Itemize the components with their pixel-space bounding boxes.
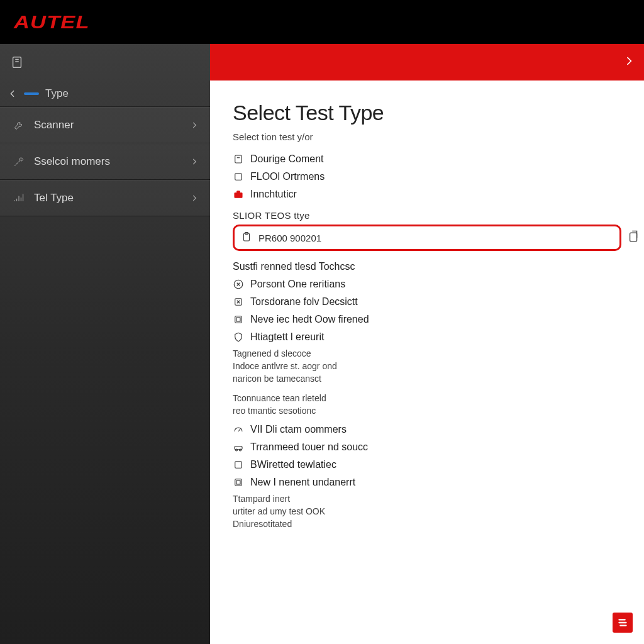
red-header-bar bbox=[210, 44, 644, 80]
note-line: naricon be tamecansct bbox=[233, 373, 621, 385]
svg-rect-11 bbox=[236, 318, 240, 321]
toolbox-icon bbox=[233, 189, 244, 200]
chevron-right-icon bbox=[190, 157, 199, 166]
document-icon bbox=[233, 153, 244, 165]
square-icon bbox=[233, 459, 244, 470]
note-line: Tconnuance tean rleteld bbox=[233, 392, 621, 404]
list-item[interactable]: New I nenent undanerrt bbox=[233, 475, 621, 489]
list-item[interactable]: FLOOl Ortrmens bbox=[233, 170, 621, 184]
sidebar-item-label: Sselcoi momers bbox=[34, 155, 181, 168]
list-item[interactable]: Torsdorane folv Decsictt bbox=[233, 295, 621, 309]
content-area: Select Test Type Select tion test y/or D… bbox=[210, 80, 644, 644]
corner-badge[interactable] bbox=[613, 613, 633, 633]
body: Type Scanner Sselcoi momers Tel Type bbox=[0, 44, 644, 644]
svg-rect-1 bbox=[235, 155, 242, 163]
list-item-label: Trranmeed touer nd soucc bbox=[250, 441, 368, 453]
highlighted-test-row[interactable]: PR600 900201 bbox=[233, 225, 621, 251]
page-title: Select Test Type bbox=[233, 101, 621, 125]
sidebar-top-icon[interactable] bbox=[0, 44, 210, 80]
note-line: Indoce antlvre st. aogr ond bbox=[233, 360, 621, 372]
forward-icon[interactable] bbox=[623, 55, 635, 70]
page-subtitle: Select tion test y/or bbox=[233, 131, 621, 142]
note-block: Tconnuance tean rleteld reo tmantic seso… bbox=[233, 392, 621, 417]
chevron-right-icon bbox=[190, 121, 199, 130]
svg-rect-10 bbox=[235, 316, 242, 323]
svg-rect-0 bbox=[13, 57, 21, 68]
list-item[interactable]: Neve iec hedt Oow firened bbox=[233, 313, 621, 326]
back-icon[interactable] bbox=[8, 89, 18, 99]
sidebar-item-selections[interactable]: Sselcoi momers bbox=[0, 143, 210, 180]
sidebar: Type Scanner Sselcoi momers Tel Type bbox=[0, 44, 210, 644]
note-line: Dniuresotitated bbox=[233, 518, 621, 530]
svg-point-13 bbox=[236, 449, 238, 451]
list-item[interactable]: Htiagtett l ereurit bbox=[233, 330, 621, 344]
note-line: reo tmantic sesotionc bbox=[233, 405, 621, 417]
svg-rect-16 bbox=[235, 479, 242, 486]
type-bar-icon bbox=[24, 92, 39, 95]
list-item-label: Porsont One reritians bbox=[250, 279, 345, 290]
clipboard-icon bbox=[241, 231, 252, 245]
panel-icon bbox=[233, 477, 244, 488]
shield-icon bbox=[233, 331, 244, 343]
section-label: SLIOR TEOS ttye bbox=[233, 210, 621, 221]
compass-icon bbox=[233, 279, 244, 290]
list-item-label: Neve iec hedt Oow firened bbox=[250, 314, 369, 325]
list-item-label: VII Dli ctam oommers bbox=[250, 424, 347, 435]
app-root: AUTEL Type Scanner Sselcoi momers bbox=[0, 0, 644, 644]
gauge-icon bbox=[233, 424, 244, 435]
sidebar-item-scanner[interactable]: Scanner bbox=[0, 107, 210, 143]
paste-icon[interactable] bbox=[627, 230, 641, 246]
panel-icon bbox=[233, 314, 244, 325]
svg-rect-3 bbox=[235, 193, 242, 198]
sidebar-item-tel-type[interactable]: Tel Type bbox=[0, 180, 210, 216]
signal-icon bbox=[13, 192, 25, 204]
note-line: urtiter ad umy test OOK bbox=[233, 506, 621, 518]
top-bar: AUTEL bbox=[0, 0, 644, 44]
list-item-label: New I nenent undanerrt bbox=[250, 477, 355, 488]
note-line: Tagnened d slecoce bbox=[233, 348, 621, 360]
main-panel: Select Test Type Select tion test y/or D… bbox=[210, 44, 644, 644]
list-item[interactable]: VII Dli ctam oommers bbox=[233, 423, 621, 436]
svg-rect-17 bbox=[236, 480, 240, 484]
car-icon bbox=[233, 441, 244, 453]
breadcrumb[interactable]: Type bbox=[0, 80, 210, 107]
subhead: Sustfi renned tlesd Tochcsc bbox=[233, 261, 621, 272]
list-item[interactable]: Trranmeed touer nd soucc bbox=[233, 440, 621, 454]
svg-rect-7 bbox=[630, 233, 637, 242]
list-item-label: Torsdorane folv Decsictt bbox=[250, 296, 358, 308]
close-box-icon bbox=[233, 296, 244, 308]
wrench-icon bbox=[13, 119, 25, 131]
sidebar-item-label: Tel Type bbox=[34, 192, 181, 204]
note-block: Ttampard inert urtiter ad umy test OOK D… bbox=[233, 493, 621, 530]
list-item[interactable]: Innchtuticr bbox=[233, 187, 621, 201]
square-icon bbox=[233, 171, 244, 182]
svg-point-14 bbox=[240, 449, 242, 451]
list-item[interactable]: Dourige Coment bbox=[233, 152, 621, 166]
breadcrumb-label: Type bbox=[45, 87, 69, 100]
tool-icon bbox=[13, 155, 25, 168]
chevron-right-icon bbox=[190, 194, 199, 203]
list-item[interactable]: BWiretted tewlatiec bbox=[233, 458, 621, 472]
svg-rect-4 bbox=[237, 191, 240, 193]
list-item-label: Htiagtett l ereurit bbox=[250, 331, 324, 343]
note-block: Tagnened d slecoce Indoce antlvre st. ao… bbox=[233, 348, 621, 385]
highlighted-label: PR600 900201 bbox=[258, 233, 321, 243]
list-item[interactable]: Porsont One reritians bbox=[233, 277, 621, 291]
list-item-label: Innchtuticr bbox=[250, 189, 297, 200]
sidebar-item-label: Scanner bbox=[34, 119, 181, 131]
svg-rect-15 bbox=[235, 462, 242, 469]
note-line: Ttampard inert bbox=[233, 493, 621, 505]
list-item-label: BWiretted tewlatiec bbox=[250, 459, 336, 470]
list-item-label: Dourige Coment bbox=[250, 153, 324, 165]
brand-logo: AUTEL bbox=[14, 11, 90, 33]
svg-rect-2 bbox=[235, 174, 242, 180]
list-item-label: FLOOl Ortrmens bbox=[250, 171, 325, 182]
